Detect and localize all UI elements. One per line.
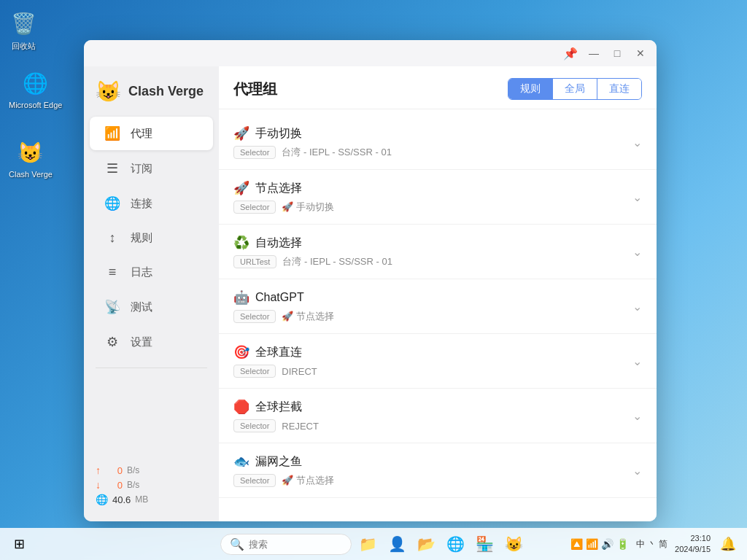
proxy-list[interactable]: 🚀 手动切换 Selector 台湾 - IEPL - SS/SSR - 01 … bbox=[219, 109, 657, 521]
proxy-name-global-block: 全球拦截 bbox=[255, 400, 302, 415]
proxy-left-node-select: 🚀 节点选择 Selector 🚀 手动切换 bbox=[233, 180, 334, 214]
desktop-icon-edge[interactable]: 🌐 Microsoft Edge bbox=[6, 66, 65, 112]
sidebar-item-rules[interactable]: ↕ 规则 bbox=[90, 222, 213, 254]
sidebar-item-settings[interactable]: ⚙ 设置 bbox=[90, 325, 213, 359]
proxy-item-manual-switch[interactable]: 🚀 手动切换 Selector 台湾 - IEPL - SS/SSR - 01 … bbox=[219, 115, 657, 170]
proxy-item-auto-select[interactable]: ♻️ 自动选择 URLTest 台湾 - IEPL - SS/SSR - 01 … bbox=[219, 225, 657, 279]
taskbar-app-edge[interactable]: 🌐 bbox=[442, 531, 468, 557]
proxy-sub-manual-switch: 台湾 - IEPL - SS/SSR - 01 bbox=[282, 146, 392, 159]
proxy-emoji-node-select: 🚀 bbox=[233, 180, 249, 196]
sidebar-label-settings: 设置 bbox=[131, 335, 152, 349]
proxy-item-global-direct[interactable]: 🎯 全球直连 Selector DIRECT ⌄ bbox=[219, 334, 657, 389]
settings-icon: ⚙ bbox=[104, 334, 120, 350]
logo-icon: 😺 bbox=[96, 79, 121, 104]
lang-text: 中 丶 简 bbox=[636, 538, 667, 551]
sidebar-label-logs: 日志 bbox=[131, 265, 152, 279]
taskbar-app-files[interactable]: 📂 bbox=[413, 531, 439, 557]
proxy-icon: 📶 bbox=[104, 125, 120, 141]
taskbar-app-clash[interactable]: 😺 bbox=[500, 531, 527, 557]
notification-button[interactable]: 🔔 bbox=[715, 531, 741, 557]
proxy-item-node-select[interactable]: 🚀 节点选择 Selector 🚀 手动切换 ⌄ bbox=[219, 170, 657, 225]
close-button[interactable]: ✕ bbox=[630, 43, 651, 63]
app-window: 📌 — □ ✕ 😺 Clash Verge 📶 代理 bbox=[84, 40, 657, 521]
title-bar: 📌 — □ ✕ bbox=[84, 40, 657, 66]
proxy-left-chatgpt: 🤖 ChatGPT Selector 🚀 节点选择 bbox=[233, 289, 334, 323]
proxy-tag-global-block: Selector bbox=[233, 419, 276, 432]
proxy-item-chatgpt[interactable]: 🤖 ChatGPT Selector 🚀 节点选择 ⌄ bbox=[219, 279, 657, 334]
subscribe-icon: ☰ bbox=[104, 160, 120, 176]
proxy-tags-global-direct: Selector DIRECT bbox=[233, 365, 317, 378]
mode-buttons: 规则全局直连 bbox=[508, 78, 642, 100]
lang-indicator[interactable]: 中 丶 简 bbox=[636, 538, 667, 551]
sidebar-item-subscribe[interactable]: ☰ 订阅 bbox=[90, 152, 213, 185]
minimize-button[interactable]: — bbox=[584, 43, 604, 63]
proxy-left-auto-select: ♻️ 自动选择 URLTest 台湾 - IEPL - SS/SSR - 01 bbox=[233, 235, 392, 268]
proxy-item-leak-fish[interactable]: 🐟 漏网之鱼 Selector 🚀 节点选择 ⌄ bbox=[219, 443, 657, 498]
main-header: 代理组 规则全局直连 bbox=[219, 66, 657, 109]
proxy-sub-node-select: 🚀 手动切换 bbox=[282, 201, 334, 214]
taskbar-right: 🔼 📶 🔊 🔋 中 丶 简 23:10 2024/9/15 🔔 bbox=[570, 531, 741, 557]
sidebar-label-test: 测试 bbox=[131, 300, 152, 314]
connect-icon: 🌐 bbox=[104, 195, 120, 211]
date-display: 2024/9/15 bbox=[675, 544, 711, 555]
download-stat: ↓ 0 B/s bbox=[96, 479, 207, 491]
desktop-icon-recycle[interactable]: 🗑️ 回收站 bbox=[6, 6, 41, 55]
proxy-name-manual-switch: 手动切换 bbox=[255, 126, 302, 141]
clash-icon: 😺 bbox=[16, 138, 45, 167]
battery-icon: 🔋 bbox=[616, 538, 629, 550]
mode-btn-direct[interactable]: 直连 bbox=[597, 79, 641, 99]
proxy-sub-global-direct: DIRECT bbox=[282, 366, 317, 377]
search-bar[interactable]: 🔍 bbox=[220, 534, 352, 555]
sidebar-stats: ↑ 0 B/s ↓ 0 B/s 🌐 40.6 MB bbox=[84, 454, 219, 516]
search-input[interactable] bbox=[249, 539, 336, 550]
sidebar-item-connect[interactable]: 🌐 连接 bbox=[90, 187, 213, 220]
download-unit: B/s bbox=[127, 480, 139, 490]
proxy-name-node-select: 节点选择 bbox=[255, 181, 302, 196]
edge-icon: 🌐 bbox=[21, 69, 50, 98]
proxy-name-row-leak-fish: 🐟 漏网之鱼 bbox=[233, 454, 334, 470]
taskbar-app-folder[interactable]: 📁 bbox=[355, 531, 381, 557]
proxy-item-global-block[interactable]: 🛑 全球拦截 Selector REJECT ⌄ bbox=[219, 389, 657, 443]
mode-btn-rules[interactable]: 规则 bbox=[508, 79, 552, 99]
logs-icon: ≡ bbox=[104, 265, 120, 280]
sidebar-item-proxy[interactable]: 📶 代理 bbox=[90, 117, 213, 150]
recycle-label: 回收站 bbox=[12, 41, 36, 52]
maximize-button[interactable]: □ bbox=[607, 43, 627, 63]
taskbar-time[interactable]: 23:10 2024/9/15 bbox=[675, 533, 711, 556]
proxy-tags-leak-fish: Selector 🚀 节点选择 bbox=[233, 474, 334, 487]
upload-value: 0 bbox=[105, 465, 123, 476]
sidebar-item-logs[interactable]: ≡ 日志 bbox=[90, 256, 213, 289]
taskbar-app-browser[interactable]: 👤 bbox=[384, 531, 410, 557]
chevron-icon-chatgpt: ⌄ bbox=[632, 300, 642, 314]
sidebar-label-proxy: 代理 bbox=[131, 127, 152, 141]
proxy-left-manual-switch: 🚀 手动切换 Selector 台湾 - IEPL - SS/SSR - 01 bbox=[233, 125, 392, 159]
pin-button[interactable]: 📌 bbox=[560, 43, 581, 63]
desktop-icon-clash[interactable]: 😺 Clash Verge bbox=[6, 135, 55, 182]
rules-icon: ↕ bbox=[104, 230, 120, 246]
sidebar-item-test[interactable]: 📡 测试 bbox=[90, 290, 213, 324]
proxy-emoji-global-block: 🛑 bbox=[233, 399, 249, 415]
proxy-name-row-node-select: 🚀 节点选择 bbox=[233, 180, 334, 196]
proxy-sub-auto-select: 台湾 - IEPL - SS/SSR - 01 bbox=[282, 255, 392, 268]
chevron-icon-global-block: ⌄ bbox=[632, 409, 642, 423]
volume-icon: 🔊 bbox=[601, 538, 614, 550]
taskbar-app-store[interactable]: 🏪 bbox=[471, 531, 498, 557]
globe-icon: 🌐 bbox=[96, 494, 108, 505]
proxy-tags-node-select: Selector 🚀 手动切换 bbox=[233, 201, 334, 214]
sys-tray: 🔼 📶 🔊 🔋 bbox=[570, 538, 629, 550]
recycle-icon: 🗑️ bbox=[9, 9, 38, 38]
proxy-emoji-chatgpt: 🤖 bbox=[233, 289, 249, 306]
page-title: 代理组 bbox=[233, 79, 277, 99]
upload-arrow-icon: ↑ bbox=[96, 464, 101, 476]
chevron-icon-node-select: ⌄ bbox=[632, 190, 642, 204]
start-button[interactable]: ⊞ bbox=[6, 531, 32, 557]
proxy-tags-auto-select: URLTest 台湾 - IEPL - SS/SSR - 01 bbox=[233, 255, 392, 268]
proxy-emoji-manual-switch: 🚀 bbox=[233, 125, 249, 141]
proxy-tags-global-block: Selector REJECT bbox=[233, 419, 319, 432]
proxy-left-leak-fish: 🐟 漏网之鱼 Selector 🚀 节点选择 bbox=[233, 454, 334, 487]
desktop: 🗑️ 回收站 🌐 Microsoft Edge 😺 Clash Verge 📌 … bbox=[0, 0, 747, 560]
chevron-up-icon[interactable]: 🔼 bbox=[570, 538, 583, 550]
mode-btn-global[interactable]: 全局 bbox=[552, 79, 597, 99]
logo-text: Clash Verge bbox=[128, 84, 204, 99]
proxy-name-global-direct: 全球直连 bbox=[255, 345, 302, 360]
